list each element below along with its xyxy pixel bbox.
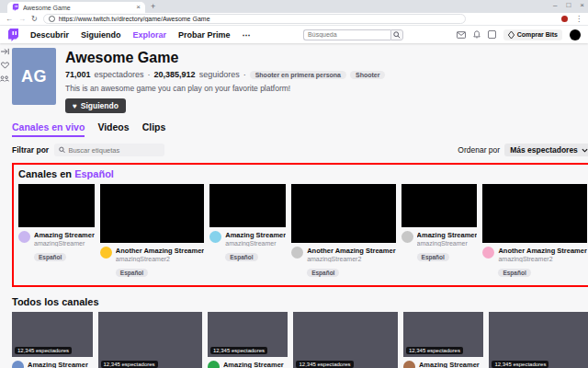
tag-search-input[interactable] — [68, 146, 160, 155]
streamer-name[interactable]: Amazing Streamer — [419, 361, 480, 368]
streamer-avatar[interactable] — [403, 361, 415, 368]
nav-following[interactable]: Siguiendo — [81, 30, 121, 40]
recommended-channels-icon[interactable] — [0, 75, 9, 82]
notifications-icon[interactable] — [473, 30, 481, 39]
tab-videos[interactable]: Videos — [97, 121, 129, 137]
tab-close-icon[interactable]: × — [136, 4, 141, 11]
streamer-name[interactable]: Amazing Streamer — [223, 361, 284, 368]
game-boxart: AG — [12, 48, 56, 105]
viewer-count-badge: 12,345 espectadores — [210, 347, 267, 354]
stream-thumbnail[interactable]: 12,345 espectadores — [12, 312, 93, 357]
streamer-avatar[interactable] — [401, 231, 413, 243]
streamer-avatar[interactable] — [100, 247, 112, 259]
stream-thumbnail[interactable]: 12,345 espectadores — [293, 312, 397, 368]
followed-channels-icon[interactable] — [1, 62, 9, 69]
spanish-language-link[interactable]: Español — [74, 168, 114, 179]
language-tag[interactable]: Español — [417, 253, 449, 261]
channel-card: Amazing Streamer amazingStreamer Español — [18, 184, 95, 279]
viewer-count-badge: 12,345 espectadores — [296, 361, 353, 368]
window-close-icon[interactable]: × — [580, 1, 584, 10]
language-tag[interactable]: Español — [116, 269, 148, 277]
url-text: https://www.twitch.tv/directory/game/Awe… — [59, 16, 210, 22]
forward-icon[interactable]: → — [18, 15, 26, 23]
streamer-avatar[interactable] — [291, 247, 303, 259]
game-tag-shooter[interactable]: Shooter — [350, 71, 385, 79]
stream-thumbnail[interactable]: 12,345 espectadores — [98, 312, 202, 368]
language-tag[interactable]: Español — [225, 253, 257, 261]
stream-thumbnail[interactable] — [291, 184, 395, 243]
url-bar[interactable]: https://www.twitch.tv/directory/game/Awe… — [43, 14, 466, 24]
search-button[interactable] — [390, 29, 403, 40]
streamer-avatar[interactable] — [209, 231, 221, 243]
streamer-avatar[interactable] — [208, 361, 220, 368]
heart-icon: ♥ — [73, 102, 77, 110]
streamer-name[interactable]: Amazing Streamer — [28, 361, 88, 368]
all-channels-section: Todos los canales 12,345 espectadores Am… — [12, 296, 588, 368]
game-tag-fps[interactable]: Shooter en primera persona — [250, 71, 346, 79]
streamer-avatar[interactable] — [482, 247, 494, 259]
language-tag[interactable]: Español — [498, 269, 530, 277]
stream-thumbnail[interactable] — [18, 184, 95, 227]
stream-thumbnail[interactable] — [482, 184, 586, 243]
streamer-avatar[interactable] — [12, 361, 24, 368]
streamer-name[interactable]: Another Amazing Streamer — [116, 247, 204, 255]
directory-tabs: Canales en vivo Videos Clips — [12, 121, 588, 137]
streamer-name[interactable]: Amazing Streamer — [34, 231, 95, 239]
twitch-header: Descubrir Siguiendo Explorar Probar Prim… — [0, 26, 588, 43]
language-tag[interactable]: Español — [307, 269, 339, 277]
browser-addressbar: ← → ↻ https://www.twitch.tv/directory/ga… — [0, 13, 588, 26]
streamer-avatar[interactable] — [18, 231, 30, 243]
channel-card: 12,345 espectadores Another Amazing Stre… — [98, 312, 202, 368]
streamer-name[interactable]: Amazing Streamer — [225, 231, 286, 239]
stream-thumbnail[interactable]: 12,345 espectadores — [489, 312, 588, 368]
channel-card: Amazing Streamer amazingStreamer Español — [401, 184, 478, 279]
nav-prime[interactable]: Probar Prime — [178, 30, 231, 40]
page-title: Awesome Game — [65, 50, 385, 66]
chevron-down-icon — [582, 148, 588, 153]
nav-more-icon[interactable]: ⋯ — [243, 30, 251, 40]
channel-card: 12,345 espectadores Amazing Streamer ama… — [403, 312, 484, 368]
user-avatar[interactable] — [570, 29, 581, 40]
extension-icon[interactable] — [561, 16, 568, 22]
streamer-name[interactable]: Amazing Streamer — [417, 231, 478, 239]
nav-discover[interactable]: Descubrir — [30, 30, 69, 40]
stream-thumbnail[interactable]: 12,345 espectadores — [208, 312, 288, 357]
channel-card: 12,345 espectadores Another Amazing Stre… — [293, 312, 397, 368]
stream-thumbnail[interactable] — [401, 184, 478, 227]
browser-menu-icon[interactable]: ⋮ — [575, 15, 582, 23]
site-info-icon[interactable] — [49, 16, 55, 22]
whispers-icon[interactable] — [457, 31, 466, 39]
language-tag[interactable]: Español — [34, 253, 66, 261]
browser-tab[interactable]: Awesome Game × — [7, 2, 145, 13]
all-channel-list: 12,345 espectadores Amazing Streamer ama… — [12, 312, 588, 368]
reload-icon[interactable]: ↻ — [31, 15, 38, 23]
sort-dropdown[interactable]: Más espectadores — [504, 144, 588, 156]
sort-label: Ordenar por — [458, 145, 500, 155]
tab-live-channels[interactable]: Canales en vivo — [12, 121, 85, 137]
back-icon[interactable]: ← — [6, 15, 13, 23]
inbox-icon[interactable] — [488, 30, 496, 39]
spanish-channel-list: Amazing Streamer amazingStreamer Español — [18, 184, 587, 279]
tag-search-box[interactable] — [54, 144, 164, 156]
stream-thumbnail[interactable]: 12,345 espectadores — [403, 312, 484, 357]
nav-explore[interactable]: Explorar — [133, 30, 167, 40]
window-minimize-icon[interactable]: – — [553, 1, 557, 10]
streamer-name[interactable]: Another Amazing Streamer — [498, 247, 586, 255]
streamer-name[interactable]: Another Amazing Streamer — [307, 247, 395, 255]
expand-sidebar-icon[interactable] — [1, 48, 9, 55]
spanish-channels-section: Canales en Español Amazing Streamer amaz… — [12, 163, 588, 287]
streamer-login: amazingStreamer — [417, 240, 478, 247]
tab-clips[interactable]: Clips — [142, 121, 166, 137]
following-button[interactable]: ♥ Siguiendo — [65, 98, 126, 113]
search-icon — [393, 31, 401, 39]
new-tab-button[interactable]: + — [151, 2, 155, 13]
streamer-login: amazingStreamer2 — [116, 256, 204, 262]
window-maximize-icon[interactable]: □ — [566, 1, 571, 10]
viewer-count: 71,001 — [65, 70, 91, 79]
buy-bits-button[interactable]: Comprar Bits — [503, 29, 562, 40]
search-input[interactable] — [303, 29, 390, 40]
twitch-logo[interactable] — [7, 29, 19, 41]
stream-thumbnail[interactable] — [209, 184, 286, 227]
viewer-count-badge: 12,345 espectadores — [492, 361, 548, 368]
stream-thumbnail[interactable] — [100, 184, 204, 243]
